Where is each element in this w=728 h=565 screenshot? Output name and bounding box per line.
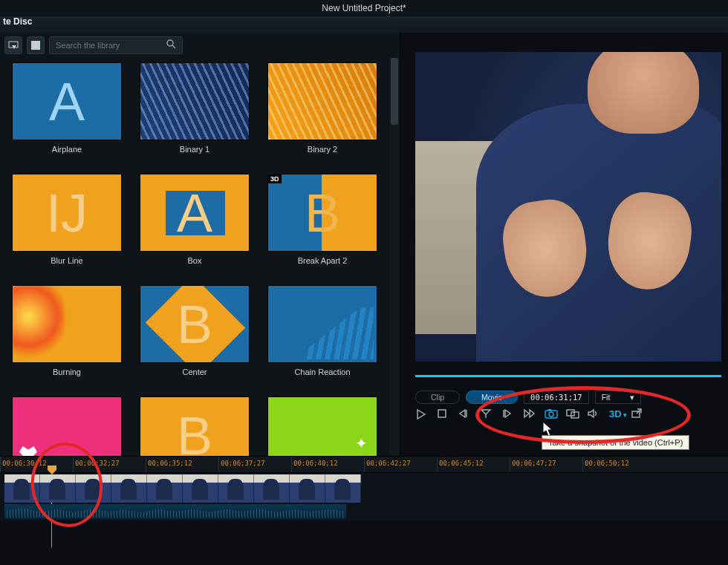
library-filter-dropdown[interactable] xyxy=(4,36,22,54)
svg-point-2 xyxy=(167,40,173,46)
search-icon xyxy=(166,39,176,52)
timeline-tick[interactable]: 00;06;40;12 xyxy=(291,457,364,472)
svg-marker-10 xyxy=(505,410,510,417)
timeline-audio-track[interactable] xyxy=(0,504,728,520)
library-item-label: Blur Line xyxy=(51,256,82,265)
library-item-label: Burning xyxy=(53,368,81,376)
library-item[interactable]: B Center xyxy=(135,285,254,389)
library-item[interactable]: Chain Reaction xyxy=(263,285,382,389)
timeline-tick[interactable]: 00;06;32;27 xyxy=(73,457,146,472)
timeline-clip-thumb[interactable] xyxy=(325,474,361,503)
snapshot-button[interactable] xyxy=(545,408,558,422)
next-frame-button[interactable] xyxy=(501,408,515,422)
timeline-tick[interactable]: 00;06;37;27 xyxy=(218,457,291,472)
timeline-clip-thumb[interactable] xyxy=(218,474,254,503)
library-grid: A Airplane Binary 1 Binary 2IJ Blur Line… xyxy=(0,58,389,456)
svg-rect-5 xyxy=(438,410,446,417)
library-item[interactable]: A Airplane xyxy=(7,62,126,166)
stop-button[interactable] xyxy=(437,408,450,422)
svg-rect-18 xyxy=(571,412,579,418)
library-item-label: Binary 2 xyxy=(308,145,337,154)
preview-viewport[interactable] xyxy=(415,52,721,362)
timeline-tick[interactable]: 00;06;35;12 xyxy=(146,457,218,472)
svg-marker-6 xyxy=(460,410,465,417)
library-pane: A Airplane Binary 1 Binary 2IJ Blur Line… xyxy=(0,33,400,456)
preview-zoom-select[interactable]: Fit ▾ xyxy=(595,391,641,404)
library-item[interactable]: Binary 2 xyxy=(263,62,382,166)
timeline-clip-thumb[interactable] xyxy=(183,474,218,503)
svg-marker-12 xyxy=(524,410,529,417)
timeline-video-track[interactable] xyxy=(0,473,728,504)
library-item[interactable]: B xyxy=(135,396,254,456)
undock-preview-button[interactable] xyxy=(631,408,644,422)
mouse-cursor xyxy=(543,422,553,437)
svg-marker-22 xyxy=(543,422,552,436)
library-item[interactable]: A Box xyxy=(135,174,254,278)
timeline-panel: 00;06;30;1200;06;32;2700;06;35;1200;06;3… xyxy=(0,456,728,565)
svg-rect-17 xyxy=(567,410,574,416)
library-item-label: Center xyxy=(182,368,207,376)
timeline-clip-thumb[interactable] xyxy=(254,474,290,503)
timeline-clip-thumb[interactable] xyxy=(76,474,111,503)
library-item[interactable]: Burning xyxy=(7,285,126,389)
timeline-tick[interactable]: 00;06;47;27 xyxy=(510,457,582,472)
svg-marker-13 xyxy=(530,410,534,417)
snapshot-tooltip: Take a snapshot of the video (Ctrl+P) xyxy=(542,435,689,450)
preview-timecode[interactable]: 00:06:31;17 xyxy=(524,391,589,404)
timeline-clip-thumb[interactable] xyxy=(4,474,40,503)
timeline-clip-thumb[interactable] xyxy=(290,474,325,503)
library-scrollbar-track[interactable] xyxy=(389,58,400,456)
3d-mode-button[interactable]: 3D▾ xyxy=(609,408,623,422)
timeline-tick[interactable]: 00;06;42;27 xyxy=(364,457,437,472)
prev-frame-button[interactable] xyxy=(458,408,472,422)
fast-forward-button[interactable] xyxy=(523,408,536,422)
library-toolbar xyxy=(0,33,400,58)
preview-mode-clip-tab[interactable]: Clip xyxy=(415,391,460,404)
chevron-down-icon: ▾ xyxy=(630,393,634,402)
svg-marker-8 xyxy=(481,410,490,414)
library-item[interactable]: 3DB Break Apart 2 xyxy=(263,174,382,278)
timeline-tick[interactable]: 00;06;45;12 xyxy=(437,457,510,472)
chevron-down-icon: ▾ xyxy=(623,411,627,419)
timeline-playhead[interactable] xyxy=(48,466,56,474)
svg-point-15 xyxy=(549,412,553,417)
svg-line-3 xyxy=(172,45,175,48)
library-scrollbar-thumb[interactable] xyxy=(391,58,398,125)
library-item-label: Chain Reaction xyxy=(294,368,350,376)
timeline-audio-clip[interactable] xyxy=(4,504,346,519)
library-search-box[interactable] xyxy=(49,36,183,54)
library-item-label: Break Apart 2 xyxy=(298,256,348,265)
library-item-label: Airplane xyxy=(52,145,82,154)
output-tab-partial[interactable]: te Disc xyxy=(0,16,728,33)
library-item-label: Binary 1 xyxy=(180,145,209,154)
library-item-label: Box xyxy=(188,256,202,265)
library-item[interactable]: ✦ xyxy=(263,396,382,456)
timeline-tick[interactable]: 00;06;30;12 xyxy=(0,457,73,472)
library-search-input[interactable] xyxy=(56,41,166,50)
svg-rect-1 xyxy=(31,41,40,50)
svg-marker-23 xyxy=(48,466,56,474)
trim-button[interactable] xyxy=(480,408,493,422)
timeline-clip-thumb[interactable] xyxy=(111,474,147,503)
timeline-tick[interactable]: 00;06;50;12 xyxy=(582,457,655,472)
timeline-clip-thumb[interactable] xyxy=(40,474,76,503)
library-item[interactable]: IJ Blur Line xyxy=(7,174,126,278)
timeline-clip-thumb[interactable] xyxy=(147,474,183,503)
timeline-ruler[interactable]: 00;06;30;1200;06;32;2700;06;35;1200;06;3… xyxy=(0,457,728,473)
svg-marker-4 xyxy=(417,410,425,419)
library-view-grid-button[interactable] xyxy=(27,36,45,54)
svg-marker-19 xyxy=(588,410,594,417)
svg-rect-16 xyxy=(548,409,551,411)
volume-button[interactable] xyxy=(588,408,601,422)
library-item[interactable]: Binary 1 xyxy=(135,62,254,166)
window-title: New Untitled Project* xyxy=(0,0,728,16)
preview-mode-movie-tab[interactable]: Movie xyxy=(466,391,518,404)
preview-pane: Clip Movie 00:06:31;17 Fit ▾ xyxy=(400,33,728,456)
library-item[interactable] xyxy=(7,396,126,456)
play-button[interactable] xyxy=(415,408,429,422)
dual-view-button[interactable] xyxy=(566,408,579,422)
preview-scrub-bar[interactable] xyxy=(415,375,721,377)
